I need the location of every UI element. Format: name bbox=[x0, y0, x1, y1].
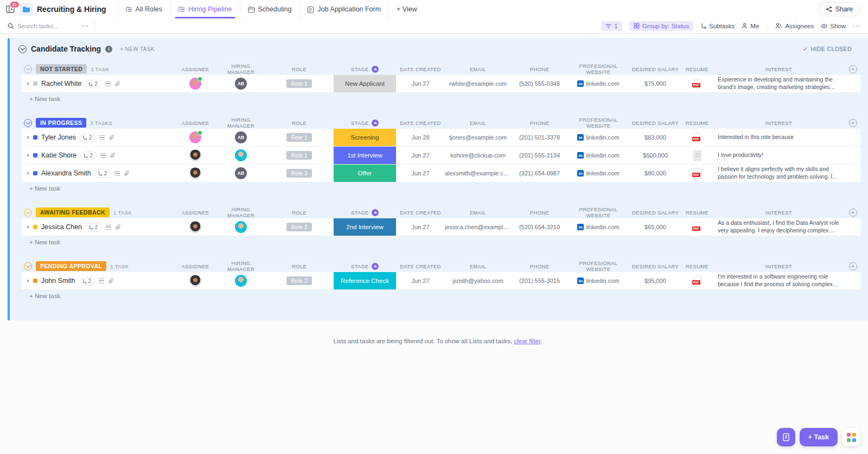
email-cell[interactable]: tjones@example.com bbox=[445, 134, 511, 141]
stage-cell[interactable]: Offer bbox=[334, 165, 396, 182]
group-status-badge[interactable]: IN PROGRESS bbox=[36, 118, 86, 128]
stage-cell[interactable]: 2nd Interview bbox=[334, 218, 396, 236]
collapse-group-chevron-icon[interactable] bbox=[24, 119, 32, 127]
column-header-role[interactable]: ROLE bbox=[265, 263, 334, 269]
column-header-assignee[interactable]: ASSIGNEE bbox=[174, 120, 217, 126]
status-square[interactable] bbox=[33, 225, 37, 229]
column-header-resume[interactable]: RESUME bbox=[682, 210, 712, 216]
email-cell[interactable]: jsmith@yahoo.com bbox=[445, 278, 511, 284]
me-button[interactable]: Me bbox=[742, 23, 759, 29]
email-cell[interactable]: kshore@clickup.com bbox=[445, 152, 511, 159]
task-name[interactable]: Rachel White bbox=[41, 80, 81, 87]
column-header-resume[interactable]: RESUME bbox=[682, 263, 712, 269]
column-header-date-created[interactable]: DATE CREATED bbox=[396, 263, 445, 269]
resume-file-icon[interactable] bbox=[693, 222, 701, 232]
subtask-count-pill[interactable]: 2 bbox=[80, 134, 96, 142]
phone-cell[interactable]: (520) 555-0348 bbox=[511, 80, 568, 87]
assignees-button[interactable]: Assignees bbox=[775, 23, 814, 29]
column-header-interest[interactable]: INTEREST bbox=[712, 210, 845, 216]
resume-file-icon[interactable] bbox=[693, 79, 701, 89]
website-cell[interactable]: linkedin.com bbox=[568, 80, 629, 87]
interest-cell[interactable]: Expierence in developing and maintaining… bbox=[718, 76, 840, 91]
subtask-count-pill[interactable]: 2 bbox=[85, 80, 101, 88]
email-cell[interactable]: rwhite@example.com bbox=[445, 80, 511, 87]
phone-cell[interactable]: (201) 555-3015 bbox=[511, 278, 568, 284]
column-header-assignee[interactable]: ASSIGNEE bbox=[174, 210, 217, 216]
show-button[interactable]: Show bbox=[821, 23, 846, 29]
column-header-date-created[interactable]: DATE CREATED bbox=[396, 210, 445, 216]
salary-cell[interactable]: $95,000 bbox=[629, 278, 682, 284]
notifications-badge[interactable]: 11 bbox=[10, 1, 20, 8]
add-task-button[interactable]: + New task bbox=[22, 236, 860, 248]
assignee-avatar[interactable] bbox=[189, 131, 201, 143]
column-header-website[interactable]: PROFESIONAL WEBSITE bbox=[568, 260, 629, 272]
task-name[interactable]: Jessica Chen bbox=[41, 223, 82, 231]
interest-cell[interactable]: As a data enthusiast, I find the Data An… bbox=[718, 219, 840, 235]
website-cell[interactable]: linkedin.com bbox=[568, 278, 629, 284]
column-header-stage[interactable]: STAGE bbox=[334, 206, 396, 218]
column-header-resume[interactable]: RESUME bbox=[682, 66, 712, 72]
column-header-salary[interactable]: DESIRED SALARY bbox=[629, 263, 682, 269]
info-icon[interactable]: i bbox=[105, 46, 112, 53]
role-badge[interactable]: Role 2 bbox=[286, 223, 311, 231]
role-badge[interactable]: Role 1 bbox=[286, 151, 311, 160]
search-box[interactable] bbox=[8, 23, 81, 29]
column-header-email[interactable]: EMAIL bbox=[445, 120, 511, 126]
role-badge[interactable]: Role 2 bbox=[286, 276, 311, 285]
column-header-resume[interactable]: RESUME bbox=[682, 120, 712, 126]
column-header-website[interactable]: PROFESIONAL WEBSITE bbox=[568, 117, 629, 129]
sidebar-toggle-icon[interactable]: 11 bbox=[5, 4, 15, 14]
description-icon[interactable] bbox=[106, 225, 111, 230]
group-status-badge[interactable]: PENDING APPROVAL bbox=[36, 261, 106, 271]
add-column-button[interactable] bbox=[849, 262, 857, 270]
column-header-interest[interactable]: INTEREST bbox=[712, 120, 845, 126]
expand-row-icon[interactable] bbox=[27, 225, 29, 229]
subtasks-button[interactable]: Subtasks bbox=[700, 23, 735, 29]
column-header-salary[interactable]: DESIRED SALARY bbox=[629, 120, 682, 126]
website-cell[interactable]: linkedin.com bbox=[568, 224, 629, 230]
search-more-button[interactable]: ⋯ bbox=[81, 22, 89, 30]
task-name[interactable]: Alexandra Smith bbox=[41, 169, 91, 177]
interest-cell[interactable]: I'm interested in a software engineering… bbox=[718, 273, 840, 288]
assignee-avatar[interactable] bbox=[189, 275, 201, 287]
interest-cell[interactable]: Interested in this role because bbox=[718, 134, 840, 141]
add-column-button[interactable] bbox=[849, 119, 857, 127]
group-status-badge[interactable]: AWAITING FEEDBACK bbox=[36, 207, 110, 217]
column-header-website[interactable]: PROFESIONAL WEBSITE bbox=[568, 63, 629, 75]
description-icon[interactable] bbox=[100, 153, 106, 158]
column-header-phone[interactable]: PHONE bbox=[511, 120, 568, 126]
task-name[interactable]: Tyler Jones bbox=[41, 134, 76, 141]
column-header-website[interactable]: PROFESIONAL WEBSITE bbox=[568, 206, 629, 218]
column-header-role[interactable]: ROLE bbox=[265, 210, 334, 216]
resume-file-icon[interactable] bbox=[693, 168, 701, 179]
sort-ascending-icon[interactable] bbox=[372, 119, 379, 127]
tab-hiring-pipeline[interactable]: Hiring Pipeline bbox=[170, 0, 240, 18]
tab-scheduling[interactable]: Scheduling bbox=[240, 0, 299, 18]
column-header-interest[interactable]: INTEREST bbox=[712, 66, 845, 72]
salary-cell[interactable]: $500,000 bbox=[629, 152, 682, 159]
stage-cell[interactable]: 1st Interview bbox=[334, 147, 396, 164]
add-task-button[interactable]: + New task bbox=[22, 182, 860, 194]
column-header-stage[interactable]: STAGE bbox=[334, 117, 396, 129]
status-square[interactable] bbox=[33, 153, 37, 157]
assignee-avatar[interactable] bbox=[189, 149, 201, 161]
add-task-button[interactable]: + New task bbox=[22, 290, 860, 302]
collapse-group-chevron-icon[interactable] bbox=[24, 262, 32, 270]
assignee-avatar[interactable] bbox=[189, 78, 201, 90]
task-name[interactable]: Katie Shore bbox=[41, 152, 76, 159]
column-header-stage[interactable]: STAGE bbox=[334, 63, 396, 75]
status-square[interactable] bbox=[33, 279, 37, 283]
column-header-hiring-manager[interactable]: HIRING MANAGER bbox=[217, 206, 265, 218]
column-header-salary[interactable]: DESIRED SALARY bbox=[629, 66, 682, 72]
date-created-cell[interactable]: Jun 28 bbox=[396, 134, 445, 141]
collapse-list-chevron-icon[interactable] bbox=[18, 45, 27, 53]
list-title[interactable]: Candidate Tracking bbox=[31, 45, 101, 53]
assignee-avatar[interactable] bbox=[189, 221, 201, 233]
email-cell[interactable]: alexsmith@example.com bbox=[445, 170, 511, 176]
apps-grid-button[interactable] bbox=[842, 428, 860, 446]
stage-cell[interactable]: Screening bbox=[334, 129, 396, 146]
salary-cell[interactable]: $65,000 bbox=[629, 224, 682, 230]
assignee-avatar[interactable] bbox=[189, 167, 201, 179]
description-icon[interactable] bbox=[99, 135, 105, 140]
subtask-count-pill[interactable]: 2 bbox=[79, 277, 95, 285]
